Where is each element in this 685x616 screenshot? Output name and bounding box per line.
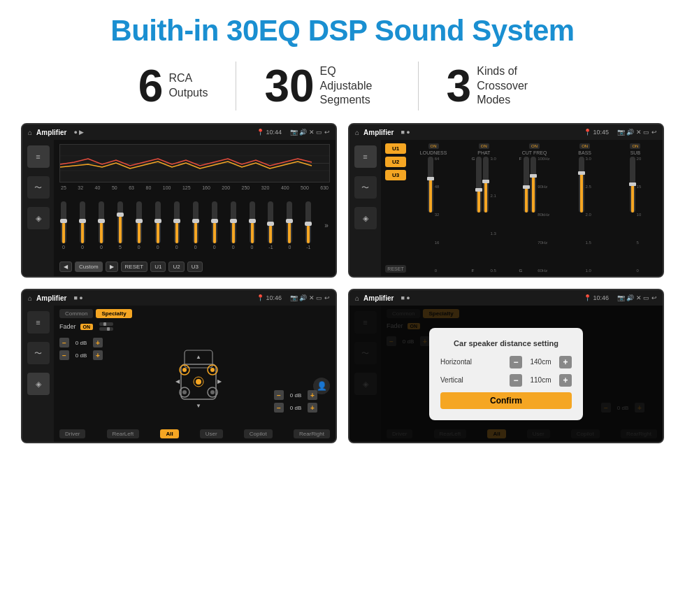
screen-fader: ⌂ Amplifier ■ ● 📍 10:46 📷 🔊 ✕ ▭ ↩ ≡ 〜 ◈ … [21,289,337,443]
fader-tab-common[interactable]: Common [59,309,93,318]
db-minus-br[interactable]: − [274,403,284,413]
cutfreq-slider-1[interactable] [524,157,529,213]
fader-body: Fader ON − 0 dB + [59,322,330,427]
fader-tab-specialty[interactable]: Specialty [96,309,131,318]
db-minus-bl[interactable]: − [59,350,69,360]
svg-text:▲: ▲ [196,354,201,360]
screen-dialog-body: ≡ 〜 ◈ Common Specialty Fader ON [349,306,663,442]
screen-eq-body: ≡ 〜 ◈ [22,140,336,276]
cutfreq-slider-2[interactable] [531,157,536,213]
db-plus-br[interactable]: + [308,403,317,413]
eq-prev-btn[interactable]: ◀ [59,262,72,272]
dialog-vertical-value: 110cm [525,376,556,384]
cutfreq-on[interactable]: ON [529,143,540,149]
eq-slider-2[interactable]: 0 [80,201,85,250]
eq-sidebar-wave[interactable]: 〜 [27,176,50,199]
bass-slider[interactable] [579,157,584,213]
eq-slider-13[interactable]: 0 [287,201,292,250]
db-value-br: 0 dB [286,405,305,411]
eq-slider-11[interactable]: 0 [250,201,255,250]
eq-custom-btn[interactable]: Custom [75,262,103,272]
screen-xover: ⌂ Amplifier ■ ● 📍 10:45 📷 🔊 ✕ ▭ ↩ ≡ 〜 ◈ [348,123,664,278]
xover-ch-phat: ON PHAT GF [461,143,507,273]
xover-sidebar-wave[interactable]: 〜 [354,176,377,199]
eq-sidebar-equalizer[interactable]: ≡ [27,145,50,168]
dialog-horizontal-minus[interactable]: − [510,356,522,368]
screen-dialog-title: Amplifier [363,294,394,302]
db-plus-tr[interactable]: + [308,390,317,400]
phat-slider-1[interactable] [476,157,482,213]
home-icon-3[interactable]: ⌂ [28,294,32,302]
svg-text:▼: ▼ [196,403,201,409]
eq-slider-6[interactable]: 0 [155,201,161,250]
xover-sidebar-speaker[interactable]: ◈ [354,207,377,229]
sub-slider[interactable] [630,157,635,213]
loudness-slider[interactable] [428,157,433,213]
fader-sidebar-speaker[interactable]: ◈ [27,373,50,395]
screen-dialog-header: ⌂ Amplifier ■ ● 📍 10:46 📷 🔊 ✕ ▭ ↩ [349,290,663,306]
xover-ch-loudness: ON LOUDNESS 644832160 [410,143,456,273]
eq-u1-btn[interactable]: U1 [150,262,166,272]
stat-eq-number: 30 [264,64,314,108]
eq-slider-5[interactable]: 0 [136,201,142,250]
eq-slider-14[interactable]: -1 [305,201,311,250]
screen-eq-time: 📍 10:44 [257,129,282,136]
eq-slider-7[interactable]: 0 [174,201,180,250]
loudness-on[interactable]: ON [428,143,439,149]
screen-eq-controls: 📷 🔊 ✕ ▭ ↩ [290,129,330,136]
phat-on[interactable]: ON [479,143,489,149]
eq-slider-10[interactable]: 0 [231,201,236,250]
xover-u2-btn[interactable]: U2 [385,157,406,167]
eq-slider-12[interactable]: -1 [268,201,273,250]
home-icon[interactable]: ⌂ [28,129,32,136]
fader-on-badge[interactable]: ON [80,324,94,330]
eq-main-content: 25 32 40 50 63 80 100 125 160 200 250 32… [54,140,336,276]
screen-xover-time: 📍 10:45 [584,129,609,136]
eq-slider-8[interactable]: 0 [193,201,199,250]
db-plus-tl[interactable]: + [93,338,103,348]
dialog-vertical-control: − 110cm + [510,374,572,387]
db-minus-tl[interactable]: − [59,338,69,348]
home-icon-4[interactable]: ⌂ [355,294,359,302]
fader-btn-rearleft[interactable]: RearLeft [107,429,140,438]
dialog-vertical-plus[interactable]: + [559,374,572,387]
home-icon-2[interactable]: ⌂ [355,129,359,136]
eq-u2-btn[interactable]: U2 [168,262,184,272]
stats-row: 6 RCAOutputs 30 EQ AdjustableSegments 3 … [21,62,664,110]
dialog-horizontal-plus[interactable]: + [559,356,572,368]
db-plus-bl[interactable]: + [93,350,103,360]
eq-slider-1[interactable]: 0 [61,201,66,250]
bass-on[interactable]: ON [579,143,590,149]
screen-dialog-time: 📍 10:46 [584,294,609,301]
expand-arrows[interactable]: » [324,222,329,229]
xover-u3-btn[interactable]: U3 [385,170,406,180]
xover-main-content: U1 U2 U3 RESET ON LOUDNESS [381,140,663,276]
db-minus-tr[interactable]: − [274,390,284,400]
dialog-title: Car speaker distance setting [440,339,572,348]
fader-btn-rearright[interactable]: RearRight [294,429,330,438]
phat-slider-2[interactable] [483,157,489,213]
eq-u3-btn[interactable]: U3 [187,262,203,272]
eq-reset-btn[interactable]: RESET [121,262,148,272]
confirm-button[interactable]: Confirm [440,392,572,409]
svg-point-13 [196,379,201,385]
dialog-vertical-minus[interactable]: − [510,374,522,387]
eq-sidebar-speaker[interactable]: ◈ [27,207,50,229]
fader-btn-user[interactable]: User [200,429,223,438]
screen-xover-body: ≡ 〜 ◈ U1 U2 U3 RESET [349,140,663,276]
eq-slider-9[interactable]: 0 [212,201,217,250]
fader-sidebar-wave[interactable]: 〜 [27,342,50,364]
sub-on[interactable]: ON [630,143,640,149]
eq-next-btn[interactable]: ▶ [106,262,118,272]
eq-slider-4[interactable]: 5 [117,201,123,250]
eq-graph [59,144,330,182]
fader-btn-driver[interactable]: Driver [59,429,85,438]
eq-slider-3[interactable]: 0 [99,201,104,250]
fader-btn-copilot[interactable]: Copilot [244,429,273,438]
xover-u1-btn[interactable]: U1 [385,143,406,154]
xover-sidebar-eq[interactable]: ≡ [354,145,377,168]
xover-reset-btn[interactable]: RESET [385,265,406,273]
fader-sidebar-eq[interactable]: ≡ [27,311,50,334]
stat-rca: 6 RCAOutputs [110,64,236,108]
fader-btn-all[interactable]: All [160,429,178,438]
